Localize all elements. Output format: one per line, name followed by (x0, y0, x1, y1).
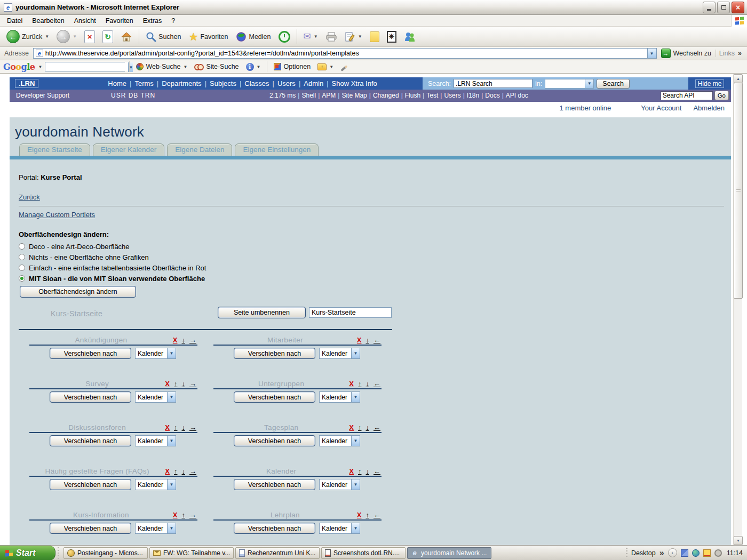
menu-item-favoriten[interactable]: Favoriten (101, 16, 138, 26)
remove-portlet-link[interactable]: X (165, 423, 170, 431)
dev-link-api-doc[interactable]: API doc (506, 92, 528, 99)
manage-custom-portlets-link[interactable]: Manage Custom Portlets (19, 211, 95, 219)
dev-link-site-map[interactable]: Site Map (341, 92, 367, 99)
move-right-link[interactable]: → (189, 336, 196, 344)
dev-link-test[interactable]: Test (426, 92, 438, 99)
address-field[interactable]: e ▼ (33, 48, 657, 59)
dev-link-flush[interactable]: Flush (405, 92, 420, 99)
move-to-button[interactable]: Verschieben nach (234, 391, 315, 403)
move-target-select[interactable]: Kalender▼ (319, 348, 360, 359)
radio-button[interactable] (19, 265, 25, 271)
task-button[interactable]: Rechenzentrum Uni K... (235, 547, 320, 559)
options-button[interactable]: Optionen (272, 63, 313, 70)
window-titlebar[interactable]: e yourdomain Network - Microsoft Interne… (0, 0, 747, 15)
edit-button[interactable]: ▼ (341, 28, 365, 45)
move-right-link[interactable]: → (189, 380, 196, 388)
restore-button[interactable] (717, 2, 730, 13)
move-down-link[interactable]: ↓ (182, 336, 186, 344)
task-button[interactable]: eyourdomain Network ... (407, 547, 491, 559)
nav-link-subjects[interactable]: Subjects (209, 79, 237, 87)
remove-portlet-link[interactable]: X (357, 511, 362, 519)
dev-link-changed[interactable]: Changed (373, 92, 399, 99)
task-button[interactable]: FW: WG: Teilnahme v... (149, 547, 234, 559)
dotlrn-logo[interactable]: .LRN (15, 79, 38, 88)
dev-link-docs[interactable]: Docs (485, 92, 499, 99)
move-to-button[interactable]: Verschieben nach (50, 348, 131, 359)
nav-link-admin[interactable]: Admin (303, 79, 324, 87)
menu-item-?[interactable]: ? (166, 16, 180, 26)
dev-link-shell[interactable]: Shell (301, 92, 316, 99)
tray-collapse-button[interactable]: ‹ (668, 548, 677, 557)
edit-dropdown-icon[interactable]: ▼ (358, 34, 362, 39)
menu-item-extras[interactable]: Extras (138, 16, 166, 26)
move-target-select[interactable]: Kalender▼ (319, 435, 360, 446)
notes-button[interactable] (367, 28, 383, 45)
close-button[interactable]: × (732, 2, 744, 13)
remove-portlet-link[interactable]: X (349, 423, 354, 431)
tab-eigene-einstellungen[interactable]: Eigene Einstellungen (235, 143, 319, 156)
desktop-chevron-icon[interactable]: » (659, 548, 664, 558)
site-search-button[interactable]: Site-Suche (192, 63, 241, 70)
move-up-link[interactable]: ↑ (358, 380, 362, 388)
back-dropdown-icon[interactable]: ▼ (45, 34, 49, 39)
scroll-down-icon[interactable]: ▼ (734, 536, 743, 545)
tab-eigener-kalender[interactable]: Eigener Kalender (93, 143, 164, 156)
remove-portlet-link[interactable]: X (173, 336, 178, 344)
move-down-link[interactable]: ↓ (366, 336, 370, 344)
links-toolbar[interactable]: Links » (716, 50, 745, 57)
minimize-button[interactable] (703, 2, 716, 13)
api-go-button[interactable]: Go (714, 91, 729, 100)
move-up-link[interactable]: ↑ (174, 467, 178, 475)
lrn-search-input[interactable] (454, 79, 533, 88)
page-info-button[interactable]: i ▼ (244, 63, 263, 71)
print-button[interactable] (322, 28, 340, 45)
realplayer-button[interactable]: ✳ (384, 28, 400, 45)
vertical-scrollbar[interactable]: ▲ ▼ (733, 74, 742, 545)
move-right-link[interactable]: → (189, 423, 196, 431)
google-dropdown-icon[interactable]: ▼ (38, 65, 42, 69)
back-button[interactable]: ← Zurück ▼ (3, 28, 52, 45)
quicklaunch-grip[interactable] (58, 547, 59, 559)
address-input[interactable] (45, 50, 647, 57)
forward-button[interactable]: → ▼ (53, 28, 80, 45)
tab-eigene-startseite[interactable]: Eigene Startseite (19, 143, 90, 156)
remove-portlet-link[interactable]: X (349, 467, 354, 475)
rename-page-input[interactable] (309, 307, 392, 318)
web-search-button[interactable]: Web-Suche ▼ (134, 63, 189, 70)
move-to-button[interactable]: Verschieben nach (50, 479, 131, 490)
menu-item-datei[interactable]: Datei (2, 16, 27, 26)
move-left-link[interactable]: ← (374, 380, 380, 388)
move-up-link[interactable]: ↑ (174, 380, 178, 388)
move-to-button[interactable]: Verschieben nach (234, 435, 315, 446)
google-search-field[interactable]: ▼ (45, 62, 125, 71)
mail-dropdown-icon[interactable]: ▼ (314, 34, 318, 39)
task-button[interactable]: Posteingang - Micros... (63, 547, 148, 559)
radio-button[interactable] (19, 243, 25, 250)
links-chevron-icon[interactable]: » (738, 50, 742, 57)
mail-button[interactable]: ✉ ▼ (300, 28, 321, 45)
scrollbar-thumb[interactable] (734, 83, 743, 299)
highlight-button[interactable] (338, 64, 350, 69)
nav-link-classes[interactable]: Classes (243, 79, 270, 87)
move-target-select[interactable]: Kalender▼ (135, 523, 176, 534)
move-to-button[interactable]: Verschieben nach (50, 391, 131, 403)
nav-link-terms[interactable]: Terms (133, 79, 154, 87)
dev-link-i18n[interactable]: I18n (467, 92, 479, 99)
nav-link-users[interactable]: Users (276, 79, 297, 87)
move-right-link[interactable]: → (189, 467, 196, 475)
move-up-link[interactable]: ↑ (366, 511, 370, 519)
home-button[interactable] (117, 28, 136, 45)
move-to-button[interactable]: Verschieben nach (234, 479, 315, 490)
move-to-button[interactable]: Verschieben nach (50, 523, 131, 534)
radio-button[interactable] (19, 275, 25, 282)
tray-grip[interactable] (626, 548, 627, 558)
dev-link-users[interactable]: Users (444, 92, 460, 99)
move-down-link[interactable]: ↓ (182, 423, 186, 431)
google-search-input[interactable] (45, 62, 128, 71)
refresh-button[interactable]: ↻ (99, 28, 116, 45)
move-down-link[interactable]: ↓ (182, 380, 186, 388)
move-up-link[interactable]: ↑ (182, 511, 186, 519)
network-tray-icon[interactable] (681, 549, 688, 557)
search-scope-select[interactable]: Users ▼ (545, 79, 594, 89)
tab-eigene-dateien[interactable]: Eigene Dateien (167, 143, 232, 156)
